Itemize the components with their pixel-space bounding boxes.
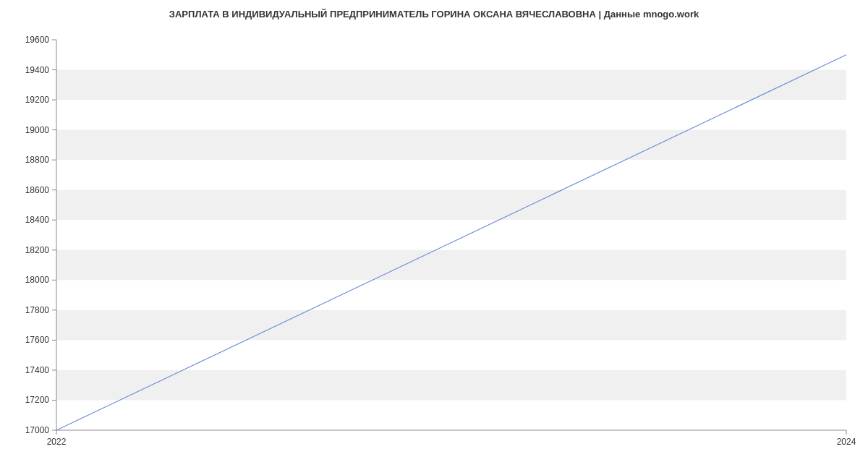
grid-band — [56, 130, 846, 161]
y-tick-label: 18600 — [25, 185, 50, 195]
line-chart: 1700017200174001760017800180001820018400… — [0, 25, 868, 470]
y-tick-label: 18400 — [25, 215, 50, 225]
y-tick-label: 18000 — [25, 275, 50, 285]
x-tick-label: 2024 — [837, 437, 856, 447]
y-tick-label: 17800 — [25, 305, 50, 315]
x-tick-label: 2022 — [47, 437, 67, 447]
grid-band — [56, 250, 846, 281]
y-tick-label: 19200 — [25, 95, 50, 105]
y-tick-label: 18200 — [25, 245, 50, 255]
grid-band — [56, 70, 846, 101]
y-tick-label: 19600 — [25, 35, 50, 45]
chart-title: ЗАРПЛАТА В ИНДИВИДУАЛЬНЫЙ ПРЕДПРИНИМАТЕЛ… — [0, 0, 868, 20]
y-tick-label: 17600 — [25, 335, 50, 345]
y-tick-label: 17200 — [25, 395, 50, 405]
y-tick-label: 18800 — [25, 155, 50, 165]
y-tick-label: 17000 — [25, 425, 50, 435]
y-tick-label: 19400 — [25, 65, 50, 75]
grid-band — [56, 190, 846, 221]
y-tick-label: 17400 — [25, 365, 50, 375]
chart-area: 1700017200174001760017800180001820018400… — [0, 25, 868, 470]
grid-band — [56, 370, 846, 401]
y-tick-label: 19000 — [25, 125, 50, 135]
grid-band — [56, 310, 846, 341]
